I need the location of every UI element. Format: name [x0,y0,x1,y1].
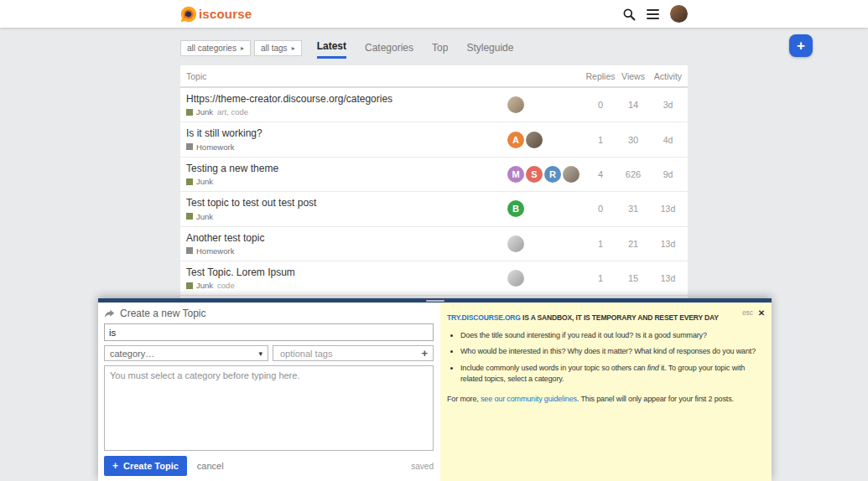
topic-title[interactable]: Https://theme-creator.discourse.org/cate… [186,93,507,105]
create-topic-label: Create Topic [123,461,179,471]
poster-avatar[interactable]: A [507,132,524,148]
activity-age: 13d [648,204,688,214]
category-select[interactable]: category… ▾ [104,345,268,361]
tags-input-wrap: + [273,345,434,361]
topic-tags[interactable]: art, code [217,107,248,116]
topic-row[interactable]: Another test topic Homework 1 21 13d [180,227,688,261]
category-color-icon [186,213,193,220]
column-topic[interactable]: Topic [180,71,507,81]
category-badge[interactable]: Junk [186,177,213,186]
topic-tags[interactable]: code [217,281,235,290]
category-color-icon [186,247,193,254]
tab-styleguide[interactable]: Styleguide [466,39,513,58]
composer-panel: Create a new Topic category… ▾ + [98,298,772,481]
discourse-logo[interactable]: iscourse [180,6,252,23]
tab-top[interactable]: Top [432,39,448,58]
poster-avatar[interactable] [507,96,524,113]
poster-avatar[interactable]: M [507,166,524,183]
topic-row[interactable]: Https://theme-creator.discourse.org/cate… [180,88,688,122]
plus-icon: + [112,460,118,472]
column-replies[interactable]: Replies [583,71,618,81]
hamburger-menu-icon[interactable] [647,9,659,19]
category-select-placeholder: category… [110,349,154,359]
tag-filter-dropdown[interactable]: all tags ▸ [254,40,302,56]
user-avatar[interactable] [670,5,688,23]
replies-count: 4 [583,169,618,179]
topic-posters: B [507,200,583,217]
poster-avatar[interactable] [507,235,524,252]
topic-title[interactable]: Is it still working? [186,127,507,139]
close-icon[interactable]: ✕ [758,307,765,319]
category-color-icon [186,109,193,116]
category-name: Junk [196,177,213,186]
category-filter-label: all categories [187,44,236,53]
category-color-icon [186,178,193,185]
poster-avatar[interactable]: B [507,200,524,217]
category-badge[interactable]: Junk [186,107,213,116]
topic-posters: M S R [507,166,583,183]
composer-tip-panel: esc ✕ TRY.DISCOURSE.ORG IS A SANDBOX, IT… [440,303,772,481]
poster-avatar[interactable] [507,270,524,287]
topic-list: Topic Replies Views Activity Https://the… [180,65,688,331]
category-badge[interactable]: Junk [186,281,213,290]
topic-posters [507,270,583,287]
views-count: 31 [618,204,648,214]
caret-right-icon: ▸ [241,44,244,52]
poster-avatar[interactable] [526,132,543,148]
topic-posters [507,96,583,113]
replies-count: 1 [583,239,618,249]
topic-row[interactable]: Is it still working? Homework A 1 30 4 [180,122,688,157]
column-views[interactable]: Views [618,71,648,81]
topic-row[interactable]: Test Topic. Lorem Ipsum Junk code 1 15 1… [180,261,688,296]
topic-title[interactable]: Test Topic. Lorem Ipsum [186,266,507,278]
tags-input[interactable] [278,348,421,359]
discourse-app: iscourse all categories ▸ [0,0,868,481]
views-count: 626 [618,169,648,179]
views-count: 14 [618,100,648,110]
category-name: Junk [196,212,213,221]
create-topic-button[interactable]: + Create Topic [104,456,187,476]
esc-hint: esc [742,308,753,318]
views-count: 30 [618,135,648,145]
topic-posters [507,235,583,252]
tip-dismiss[interactable]: esc ✕ [742,307,765,319]
topic-title[interactable]: Another test topic [186,232,507,244]
tag-filter-label: all tags [261,44,288,53]
topic-row[interactable]: Test topic to test out test post Junk B … [180,192,688,226]
tab-latest[interactable]: Latest [317,37,346,59]
replies-count: 1 [583,273,618,283]
new-topic-button[interactable]: + [789,34,813,57]
sandbox-link[interactable]: TRY.DISCOURSE.ORG [447,313,521,322]
tip-bullet: Who would be interested in this? Why doe… [460,346,763,358]
composer-title: Create a new Topic [120,308,206,319]
category-name: Junk [196,281,213,290]
list-controls: all categories ▸ all tags ▸ Latest Categ… [180,39,688,57]
topic-title-input[interactable] [104,323,434,341]
tip-bullet-list: Does the title sound interesting if you … [460,330,763,385]
post-body-textarea[interactable] [104,365,434,451]
topic-row[interactable]: Testing a new theme Junk M S R 4 [180,158,688,192]
add-tag-icon[interactable]: + [421,348,428,359]
views-count: 21 [618,239,648,249]
replies-count: 1 [583,135,618,145]
topic-title[interactable]: Test topic to test out test post [186,197,507,209]
category-badge[interactable]: Homework [186,142,234,152]
chevron-down-icon: ▾ [258,349,262,358]
category-badge[interactable]: Homework [186,246,234,256]
tab-categories[interactable]: Categories [365,39,413,58]
tip-heading: TRY.DISCOURSE.ORG IS A SANDBOX, IT IS TE… [447,313,763,323]
cancel-link[interactable]: cancel [197,461,224,471]
category-badge[interactable]: Junk [186,212,213,221]
topic-title[interactable]: Testing a new theme [186,163,507,174]
poster-avatar[interactable] [563,166,580,183]
category-filter-dropdown[interactable]: all categories ▸ [180,40,251,56]
category-name: Homework [196,142,234,152]
poster-avatar[interactable]: S [526,166,543,183]
caret-right-icon: ▸ [292,44,295,52]
poster-avatar[interactable]: R [544,166,561,183]
search-icon[interactable] [622,8,636,21]
activity-age: 3d [648,100,688,110]
community-guidelines-link[interactable]: see our community guidelines [481,395,577,403]
column-activity[interactable]: Activity [648,71,688,81]
views-count: 15 [618,273,648,283]
